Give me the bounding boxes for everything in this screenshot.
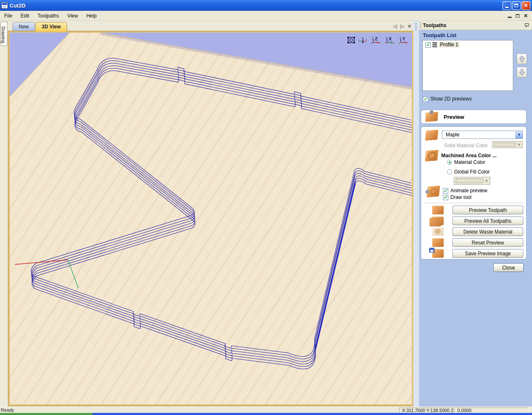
svg-text:x: x	[385, 41, 387, 44]
pin-icon[interactable]	[525, 23, 529, 28]
panel-splitter[interactable]	[413, 21, 419, 407]
svg-text:z: z	[371, 41, 373, 44]
show-2d-previews-checkbox[interactable]	[423, 96, 428, 102]
3d-scene	[10, 33, 412, 405]
toolpaths-panel: Toolpaths Toolpath List Profile 1 Show 2…	[419, 21, 532, 407]
preview-divider	[425, 203, 524, 203]
preview-all-toolpaths-icon	[432, 216, 444, 225]
toolpath-item-label[interactable]: Profile 1	[439, 42, 460, 48]
move-toolpath-up-button[interactable]	[517, 53, 527, 64]
title-bar: Cut2D ✕	[0, 0, 532, 11]
tab-new[interactable]: New	[12, 22, 35, 31]
preview-section-header: Preview	[421, 110, 527, 124]
start-button-edge[interactable]	[0, 413, 92, 415]
preview-toolpath-icon	[432, 206, 444, 214]
draw-tool-label: Draw tool	[450, 194, 472, 200]
preview-all-toolpaths-button[interactable]: Preview All Toolpaths	[452, 216, 523, 225]
tab-drawing[interactable]: Drawing	[0, 22, 7, 46]
app-icon	[1, 2, 8, 9]
save-preview-image-button[interactable]: Save Preview Image	[452, 249, 523, 258]
mdi-minimize-icon[interactable]	[508, 17, 512, 18]
mdi-restore-icon[interactable]	[516, 14, 520, 18]
move-toolpath-down-button[interactable]	[517, 67, 527, 78]
svg-text:y: y	[358, 39, 360, 42]
tab-close-icon[interactable]: ✕	[407, 23, 412, 29]
menu-toolpaths[interactable]: Toolpaths	[33, 12, 63, 20]
reset-preview-button[interactable]: Reset Preview	[452, 238, 523, 247]
solid-material-color-swatch	[494, 143, 516, 146]
menu-edit[interactable]: Edit	[16, 12, 33, 20]
main-area: New 3D View ◁ ▷ ✕	[8, 21, 413, 407]
view-y-icon[interactable]: z y Y x	[398, 36, 409, 44]
global-fill-color-swatch	[456, 179, 483, 183]
reset-preview-icon	[432, 238, 444, 247]
axis-label-z: Z	[375, 37, 377, 41]
menu-bar: File Edit Toolpaths View Help ✕	[0, 11, 532, 21]
global-fill-color-radio[interactable]	[447, 169, 452, 174]
material-color-radio-label: Material Color	[454, 159, 485, 165]
global-fill-color-radio-label: Global Fill Color	[454, 169, 490, 175]
view-x-icon[interactable]: z x X y	[384, 36, 395, 44]
save-preview-image-icon	[432, 249, 444, 258]
zoom-fit-icon[interactable]	[347, 36, 355, 44]
tab-3d-view[interactable]: 3D View	[35, 22, 67, 31]
toolpath-list[interactable]: Profile 1	[422, 40, 513, 91]
preview-section-title: Preview	[444, 114, 464, 120]
view-z-down-icon[interactable]: y z Z x	[370, 36, 381, 44]
menu-help[interactable]: Help	[82, 12, 101, 20]
tab-strip: New 3D View ◁ ▷ ✕	[8, 21, 413, 31]
profile-tool-icon	[432, 42, 437, 48]
animate-preview-icon	[427, 186, 440, 197]
svg-text:y: y	[399, 41, 400, 44]
animate-preview-label: Animate preview	[450, 188, 487, 194]
draw-tool-checkbox[interactable]	[443, 195, 448, 200]
close-window-button[interactable]: ✕	[522, 1, 530, 10]
minimize-button[interactable]	[502, 1, 511, 10]
svg-text:x: x	[366, 38, 367, 41]
view-orientation-toolbar: z y x y z Z x	[347, 36, 409, 44]
material-icon	[425, 130, 438, 141]
toolpath-list-item[interactable]: Profile 1	[423, 40, 513, 48]
toolpath-visible-checkbox[interactable]	[425, 42, 431, 48]
machined-area-icon	[425, 150, 439, 161]
axis-label-y: Y	[402, 37, 405, 41]
delete-waste-material-icon	[432, 227, 444, 236]
solid-material-color-arrow-icon: ▼	[516, 143, 522, 147]
global-fill-color-arrow-icon: ▼	[483, 179, 490, 183]
menu-view[interactable]: View	[63, 12, 82, 20]
svg-text:z: z	[400, 36, 401, 39]
axis-label-x: X	[389, 37, 392, 41]
menu-file[interactable]: File	[0, 12, 16, 20]
preview-toolpath-button[interactable]: Preview Toolpath	[452, 206, 523, 214]
svg-text:z: z	[386, 36, 387, 39]
3d-viewport[interactable]: z y x y z Z x	[8, 31, 413, 406]
solid-material-color-label: Solid Material Color	[444, 143, 488, 148]
taskbar-edge[interactable]	[0, 413, 532, 415]
preview-section-icon	[425, 112, 438, 122]
toolpaths-panel-header: Toolpaths	[419, 21, 532, 30]
show-2d-previews-label: Show 2D previews	[430, 96, 472, 102]
machined-area-color-label: Machined Area Color ...	[441, 153, 497, 158]
close-panel-button[interactable]: Close	[493, 263, 524, 272]
svg-text:x: x	[379, 41, 381, 44]
svg-text:x: x	[407, 41, 408, 44]
material-color-radio[interactable]	[447, 160, 452, 165]
restore-button[interactable]	[512, 1, 521, 10]
panel-drag-grip[interactable]	[420, 23, 421, 28]
view-isometric-icon[interactable]: z y x	[358, 36, 367, 44]
toolpath-list-title: Toolpath List	[423, 32, 457, 38]
material-dropdown-arrow-icon[interactable]: ▼	[515, 131, 522, 138]
wood-material-block	[10, 33, 412, 405]
delete-waste-material-button[interactable]: Delete Waste Material	[452, 227, 523, 236]
tab-scroll-left-icon[interactable]: ◁	[393, 23, 397, 29]
animate-preview-checkbox[interactable]	[443, 188, 448, 194]
mdi-close-icon[interactable]: ✕	[524, 13, 528, 19]
solid-material-color-picker: ▼	[492, 141, 523, 148]
material-select[interactable]: Maple ▼	[442, 131, 523, 139]
cursor-coordinates: X:311.7500 Y:138.5000 Z: 0.0000	[399, 407, 529, 413]
tab-scroll-right-icon[interactable]: ▷	[400, 23, 404, 29]
svg-text:y: y	[393, 41, 395, 44]
global-fill-color-picker: ▼	[454, 177, 490, 185]
window-title: Cut2D	[10, 3, 25, 9]
material-selected-value: Maple	[446, 132, 460, 138]
